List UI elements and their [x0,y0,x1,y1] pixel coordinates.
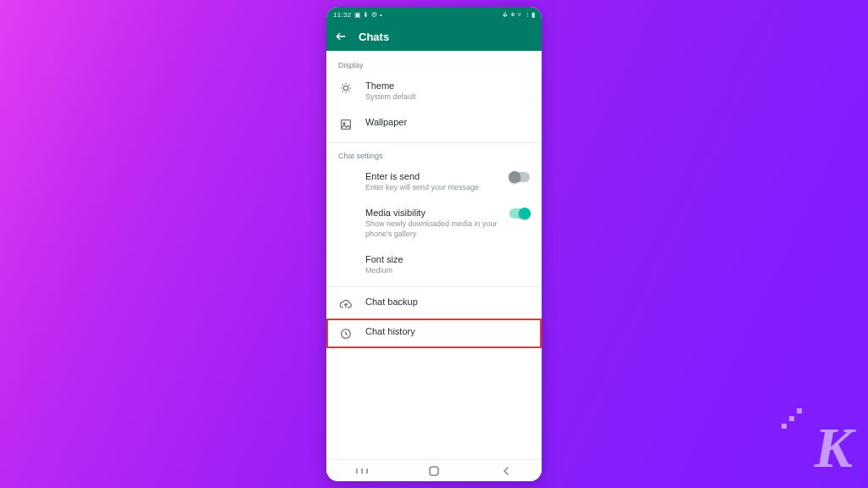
row-media-sub: Show newly downloaded media in your phon… [365,219,498,239]
recents-icon [355,467,369,475]
arrow-left-icon [335,30,347,42]
theme-icon [339,81,353,95]
row-enter-sub: Enter key will send your message [365,183,498,193]
row-theme-sub: System default [365,92,530,103]
row-backup-title: Chat backup [365,296,530,308]
row-history-title: Chat history [365,325,530,337]
switch-media-visibility[interactable] [509,208,530,219]
row-media-visibility[interactable]: Media visibility Show newly downloaded m… [326,200,542,247]
watermark-logo: K [815,419,853,476]
row-wallpaper-title: Wallpaper [365,116,530,128]
svg-point-1 [343,86,348,90]
back-button[interactable] [335,30,347,42]
svg-point-3 [343,123,345,125]
android-nav-bar [326,459,542,481]
app-bar: Chats [326,22,542,51]
status-time: 11:32 [333,11,352,19]
section-header-display: Display [326,54,542,73]
settings-content: Display Theme System default Wallpaper C… [326,51,542,459]
row-font-sub: Medium [365,266,530,276]
nav-recents[interactable] [341,467,383,475]
page-title: Chats [359,30,389,43]
row-enter-title: Enter is send [365,170,498,182]
svg-rect-8 [430,467,438,475]
row-theme-title: Theme [365,80,530,92]
section-header-chat: Chat settings [326,145,542,164]
status-bar: 11:32 ▣ ⬇ ⚙ • ⚘ ◧ ᯤ ⁝ ▮ [326,7,542,22]
home-icon [428,465,440,477]
wallpaper-icon [339,118,353,131]
svg-rect-2 [342,120,351,130]
cloud-upload-icon [339,297,353,311]
nav-back[interactable] [485,466,527,476]
row-enter-is-send[interactable]: Enter is send Enter key will send your m… [326,164,542,200]
row-font-size[interactable]: Font size Medium [326,247,542,283]
divider [326,142,542,143]
switch-enter-is-send[interactable] [509,172,530,182]
status-left-icons: ▣ ⬇ ⚙ • [354,11,383,19]
row-font-title: Font size [365,253,530,265]
nav-home[interactable] [413,465,455,477]
row-chat-history[interactable]: Chat history [326,319,542,348]
divider [326,286,542,287]
history-icon [339,327,353,341]
phone-frame: 11:32 ▣ ⬇ ⚙ • ⚘ ◧ ᯤ ⁝ ▮ Chats Display Th… [326,7,542,481]
watermark-dots [782,408,802,429]
status-right-icons: ⚘ ◧ ᯤ ⁝ ▮ [502,11,535,19]
row-wallpaper[interactable]: Wallpaper [326,109,542,139]
row-chat-backup[interactable]: Chat backup [326,289,542,319]
row-theme[interactable]: Theme System default [326,73,542,109]
row-media-title: Media visibility [365,207,498,219]
chevron-left-icon [501,466,511,476]
